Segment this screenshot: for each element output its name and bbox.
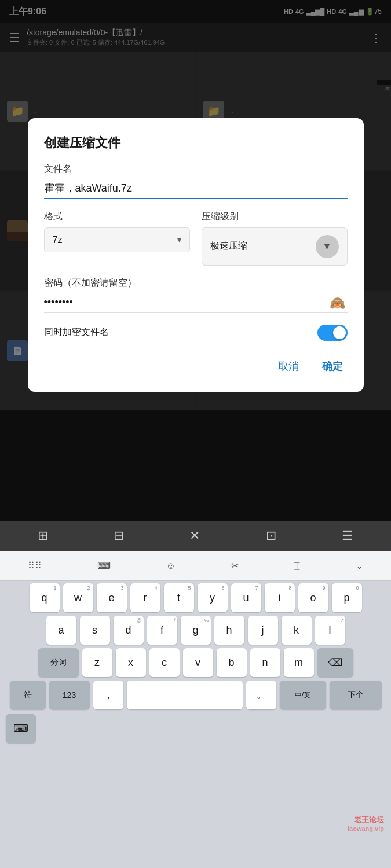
chevron-down-icon: ▼ — [323, 241, 332, 252]
toggle-knob — [333, 326, 346, 339]
compression-label: 压缩级别 — [202, 211, 348, 223]
key-period[interactable]: 。 — [246, 681, 276, 709]
kb-toolbar-list-icon[interactable]: ⊟ — [107, 524, 131, 548]
key-v[interactable]: v — [183, 648, 213, 677]
watermark-line1: 老王论坛 — [348, 815, 384, 825]
kb-emoji-icon[interactable]: ☺ — [158, 556, 184, 576]
key-s[interactable]: s — [80, 616, 110, 645]
format-select[interactable]: 7z zip tar — [45, 228, 189, 252]
dialog-overlay: 创建压缩文件 文件名 格式 7z zip tar ▼ 压缩级别 极速压缩 — [0, 0, 391, 521]
keyboard-toolbar: ⊞ ⊟ ✕ ⊡ ☰ — [0, 521, 391, 551]
encrypt-filename-row: 同时加密文件名 — [44, 325, 348, 341]
key-x[interactable]: x — [116, 648, 146, 677]
kb-keyboard-icon[interactable]: ⌨ — [89, 556, 119, 576]
key-t[interactable]: 5t — [164, 583, 194, 612]
keyboard-area: ⊞ ⊟ ✕ ⊡ ☰ ⠿⠿ ⌨ ☺ ✂ ⌶ ⌄ 1q 2w 3e 4r 5t 6y… — [0, 521, 391, 868]
key-o[interactable]: 9o — [298, 583, 328, 612]
key-q[interactable]: 1q — [30, 583, 60, 612]
eye-slash-icon[interactable]: 🙈 — [330, 296, 345, 311]
kb-row-1: 1q 2w 3e 4r 5t 6y 7u 8i 9o 0p — [1, 583, 390, 612]
key-r[interactable]: 4r — [130, 583, 160, 612]
key-k[interactable]: k — [282, 616, 312, 645]
key-keyboard-toggle[interactable]: ⌨ — [6, 714, 36, 743]
kb-cut-icon[interactable]: ✂ — [223, 556, 247, 576]
key-num123[interactable]: 123 — [49, 681, 90, 709]
encrypt-filename-toggle[interactable] — [317, 325, 348, 341]
key-u[interactable]: 7u — [231, 583, 261, 612]
key-backspace[interactable]: ⌫ — [317, 648, 353, 677]
format-col: 格式 7z zip tar ▼ — [44, 211, 190, 266]
key-m[interactable]: m — [284, 648, 314, 677]
kb-input-bar: ⠿⠿ ⌨ ☺ ✂ ⌶ ⌄ — [0, 551, 391, 581]
format-select-wrapper[interactable]: 7z zip tar ▼ — [44, 227, 190, 252]
key-enter[interactable]: 下个 — [330, 681, 382, 709]
kb-toolbar-close-icon[interactable]: ✕ — [182, 524, 207, 548]
compression-level-select[interactable]: 极速压缩 ▼ — [202, 227, 348, 266]
key-y[interactable]: 6y — [198, 583, 228, 612]
kb-toolbar-menu-icon[interactable]: ☰ — [335, 524, 360, 548]
key-h[interactable]: h — [214, 616, 244, 645]
key-e[interactable]: 3e — [97, 583, 127, 612]
watermark-line2: laowang.vip — [348, 825, 384, 832]
key-space[interactable] — [127, 681, 243, 709]
kb-toolbar-split-icon[interactable]: ⊡ — [259, 524, 283, 548]
dialog-actions: 取消 确定 — [44, 355, 348, 378]
kb-row-3: 分词 z x c v b n m ⌫ — [1, 648, 390, 677]
key-lang[interactable]: 中/英 — [280, 681, 326, 709]
kb-apps-icon[interactable]: ⠿⠿ — [20, 556, 50, 576]
confirm-button[interactable]: 确定 — [317, 355, 348, 378]
kb-row-2: a s @d /f %g h j k ?l — [1, 616, 390, 645]
encrypt-filename-label: 同时加密文件名 — [44, 326, 109, 339]
password-label: 密码（不加密请留空） — [44, 277, 348, 289]
kb-toolbar-grid-icon[interactable]: ⊞ — [31, 524, 55, 548]
cancel-button[interactable]: 取消 — [273, 355, 304, 378]
kb-row-bottom: ⌨ — [1, 713, 390, 744]
format-label: 格式 — [44, 211, 190, 223]
password-row: 🙈 — [44, 294, 348, 313]
password-input[interactable] — [44, 294, 348, 313]
key-fenzu[interactable]: 分词 — [38, 648, 79, 677]
key-j[interactable]: j — [248, 616, 278, 645]
create-archive-dialog: 创建压缩文件 文件名 格式 7z zip tar ▼ 压缩级别 极速压缩 — [28, 118, 364, 392]
key-i[interactable]: 8i — [265, 583, 295, 612]
compression-col: 压缩级别 极速压缩 ▼ — [202, 211, 348, 266]
key-l[interactable]: ?l — [315, 616, 345, 645]
key-w[interactable]: 2w — [63, 583, 93, 612]
key-comma[interactable]: ， — [93, 681, 123, 709]
filename-label: 文件名 — [44, 163, 348, 175]
key-f[interactable]: /f — [147, 616, 177, 645]
key-g[interactable]: %g — [181, 616, 211, 645]
filename-input[interactable] — [44, 180, 348, 199]
kb-cursor-icon[interactable]: ⌶ — [286, 556, 308, 576]
key-p[interactable]: 0p — [332, 583, 362, 612]
format-compression-row: 格式 7z zip tar ▼ 压缩级别 极速压缩 ▼ — [44, 211, 348, 266]
key-z[interactable]: z — [82, 648, 112, 677]
compression-level-text: 极速压缩 — [210, 240, 310, 252]
key-b[interactable]: b — [217, 648, 247, 677]
key-d[interactable]: @d — [114, 616, 144, 645]
compression-dropdown-btn[interactable]: ▼ — [316, 235, 339, 258]
dialog-title: 创建压缩文件 — [44, 134, 348, 152]
key-n[interactable]: n — [250, 648, 280, 677]
kb-row-4: 符 123 ， 。 中/英 下个 — [1, 681, 390, 709]
key-a[interactable]: a — [46, 616, 76, 645]
watermark: 老王论坛 laowang.vip — [348, 815, 384, 832]
key-symbol[interactable]: 符 — [10, 681, 46, 709]
kb-rows: 1q 2w 3e 4r 5t 6y 7u 8i 9o 0p a s @d /f … — [0, 581, 391, 745]
key-c[interactable]: c — [149, 648, 180, 677]
kb-hide-icon[interactable]: ⌄ — [348, 556, 371, 576]
